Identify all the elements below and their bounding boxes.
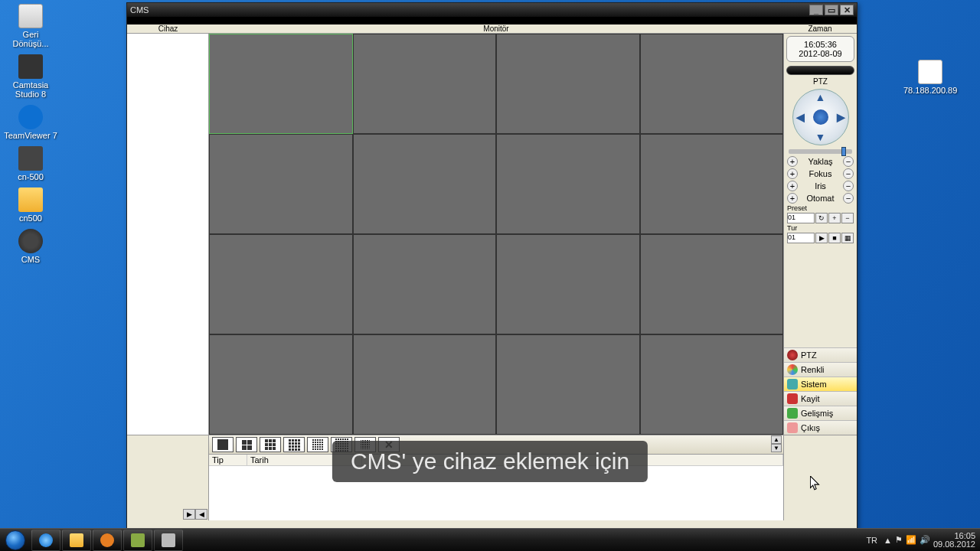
desktop-icon-remote-file[interactable]: 78.188.200.89: [903, 60, 957, 95]
video-cell[interactable]: [353, 134, 497, 234]
ptz-center-icon[interactable]: [813, 109, 828, 125]
video-cell[interactable]: [209, 134, 353, 234]
label: 78.188.200.89: [903, 86, 957, 95]
task-media[interactable]: [93, 530, 122, 551]
device-tree-panel[interactable]: [127, 34, 209, 435]
accordion-item-gelişmiş[interactable]: Gelişmiş: [784, 406, 857, 420]
preset-del-button[interactable]: −: [841, 213, 854, 223]
video-cell[interactable]: [640, 334, 784, 435]
task-app2[interactable]: [154, 530, 183, 551]
task-ie[interactable]: [31, 530, 60, 551]
app-icon: [131, 533, 145, 547]
video-cell[interactable]: [353, 34, 497, 134]
header-time: Zaman: [783, 24, 857, 33]
start-button[interactable]: [0, 529, 31, 552]
task-explorer[interactable]: [62, 530, 91, 551]
log-col-type: Tip: [209, 455, 247, 465]
bottom-left: ▶ ◀: [127, 435, 209, 520]
nav-next-button[interactable]: ◀: [195, 509, 207, 520]
desktop-icon-cn500-folder[interactable]: cn500: [4, 187, 57, 223]
scroll-down-button[interactable]: ▼: [771, 444, 782, 452]
tour-stop-button[interactable]: ■: [828, 233, 841, 243]
maximize-button[interactable]: ▭: [825, 5, 838, 15]
label: Camtasia Studio 8: [13, 80, 48, 99]
tour-play-button[interactable]: ▶: [815, 233, 828, 243]
ptz-plus-button[interactable]: +: [787, 193, 798, 204]
ptz-minus-button[interactable]: −: [843, 156, 854, 167]
accordion-label: Gelişmiş: [801, 409, 833, 418]
lang-indicator[interactable]: TR: [863, 536, 880, 545]
accordion-item-sistem[interactable]: Sistem: [784, 377, 857, 391]
scroll-up-button[interactable]: ▲: [771, 435, 782, 444]
ptz-left-icon[interactable]: ◀: [796, 111, 805, 123]
ptz-control-label: Otomat: [806, 194, 834, 203]
desktop-icon-cn500[interactable]: cn-500: [4, 146, 57, 181]
video-area: [209, 34, 783, 435]
video-cell[interactable]: [353, 234, 497, 334]
desktop-icon-camtasia[interactable]: Camtasia Studio 8: [4, 54, 57, 99]
tray-clock[interactable]: 16:05 09.08.2012: [933, 532, 975, 549]
tour-select[interactable]: 01: [787, 233, 815, 243]
subtitle-caption: CMS' ye cihaz eklemek için: [332, 441, 648, 482]
ptz-minus-button[interactable]: −: [843, 193, 854, 204]
ptz-minus-button[interactable]: −: [843, 181, 854, 191]
preset-select[interactable]: 01: [787, 213, 815, 223]
i-gelismis-icon: [787, 408, 798, 419]
layout-1-button[interactable]: [212, 437, 234, 452]
accordion-item-kayit[interactable]: Kayit: [784, 391, 857, 406]
ptz-right-icon[interactable]: ▶: [837, 111, 845, 123]
column-headers: Cihaz Monitör Zaman: [127, 24, 857, 34]
taskbar: TR ▲ ⚑ 📶 🔊 16:05 09.08.2012: [0, 528, 980, 551]
minimize-button[interactable]: _: [809, 5, 823, 15]
video-cell[interactable]: [496, 34, 640, 134]
ptz-minus-button[interactable]: −: [843, 168, 854, 179]
preset-label: Preset: [784, 204, 857, 212]
tray-flag-icon[interactable]: ⚑: [895, 535, 903, 545]
tray-up-icon[interactable]: ▲: [884, 536, 892, 545]
video-cell[interactable]: [209, 334, 353, 435]
layout-4-button[interactable]: [236, 437, 257, 452]
ptz-speed-slider[interactable]: [789, 149, 852, 154]
accordion-item-çıkış[interactable]: Çıkış: [784, 420, 857, 435]
nav-prev-button[interactable]: ▶: [183, 509, 195, 520]
clock-box: 16:05:36 2012-08-09: [786, 36, 854, 62]
ptz-up-icon[interactable]: ▲: [815, 91, 826, 103]
ptz-control-label: Iris: [815, 181, 826, 191]
ptz-plus-button[interactable]: +: [787, 168, 798, 179]
titlebar[interactable]: CMS _ ▭ ✕: [127, 3, 857, 17]
video-cell[interactable]: [496, 334, 640, 435]
tour-grid-button[interactable]: ▦: [841, 233, 854, 243]
video-cell[interactable]: [353, 334, 497, 435]
layout-9-button[interactable]: [260, 437, 281, 452]
desktop-icon-teamviewer[interactable]: TeamViewer 7: [4, 105, 57, 140]
video-cell[interactable]: [640, 34, 784, 134]
video-cell[interactable]: [640, 134, 784, 234]
status-bar: [786, 66, 854, 75]
header-monitor: Monitör: [209, 24, 783, 33]
video-cell[interactable]: [209, 234, 353, 334]
ptz-joystick[interactable]: ▲ ▼ ◀ ▶: [792, 89, 849, 145]
accordion-item-renkli[interactable]: Renkli: [784, 362, 857, 377]
system-tray[interactable]: TR ▲ ⚑ 📶 🔊 16:05 09.08.2012: [863, 532, 980, 549]
video-cell[interactable]: [496, 234, 640, 334]
tray-network-icon[interactable]: 📶: [906, 535, 916, 545]
recycle-icon: [18, 4, 43, 28]
slider-thumb[interactable]: [841, 147, 846, 156]
desktop-icon-recycle[interactable]: Geri Dönüşü...: [4, 4, 57, 48]
preset-go-button[interactable]: ↻: [815, 213, 828, 223]
close-button[interactable]: ✕: [840, 5, 854, 15]
video-cell[interactable]: [640, 234, 784, 334]
task-app1[interactable]: [123, 530, 152, 551]
accordion-item-ptz[interactable]: PTZ: [784, 347, 857, 362]
preset-add-button[interactable]: +: [828, 213, 841, 223]
video-cell[interactable]: [496, 134, 640, 234]
ptz-down-icon[interactable]: ▼: [815, 131, 826, 143]
desktop-icon-cms[interactable]: CMS: [4, 229, 57, 264]
video-cell[interactable]: [209, 34, 353, 134]
tray-volume-icon[interactable]: 🔊: [920, 535, 930, 545]
layout-16-button[interactable]: [283, 437, 305, 452]
app-icon: [18, 146, 43, 171]
ptz-plus-button[interactable]: +: [787, 181, 798, 191]
layout-25-button[interactable]: [307, 437, 328, 452]
ptz-plus-button[interactable]: +: [787, 156, 798, 167]
